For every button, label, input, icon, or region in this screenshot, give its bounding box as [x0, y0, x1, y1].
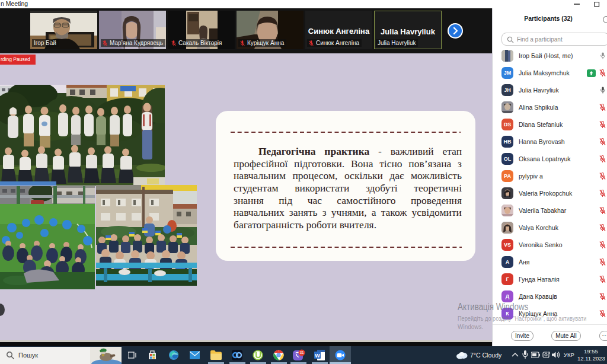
svg-text:31: 31 — [299, 350, 304, 355]
svg-text:W: W — [315, 353, 320, 359]
